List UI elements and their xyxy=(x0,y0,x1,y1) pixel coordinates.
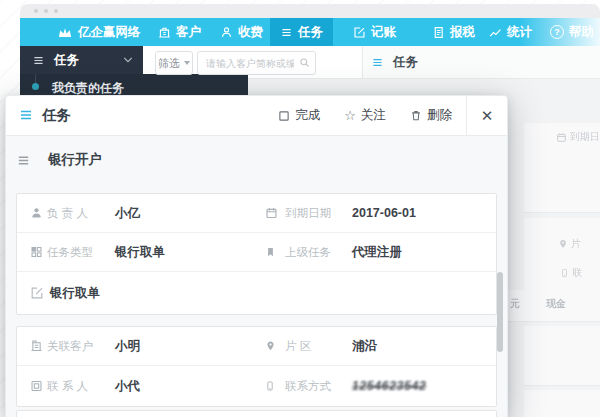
description-text: 银行取单 xyxy=(50,285,100,302)
chevron-down-icon[interactable] xyxy=(123,56,133,64)
contact-value[interactable]: 小代 xyxy=(115,378,140,395)
edit-square-icon xyxy=(353,26,366,39)
parent-task-label: 上级任务 xyxy=(285,245,331,260)
phone-label: 联系方式 xyxy=(285,379,331,394)
task-detail-modal: 任务 完成 ☆ 关注 删除 ✕ 银行开户 xyxy=(5,95,508,417)
close-button[interactable]: ✕ xyxy=(467,96,507,135)
modal-title: 任务 xyxy=(42,96,71,135)
window-controls[interactable] xyxy=(34,9,58,13)
search-input[interactable] xyxy=(204,52,296,74)
caret-down-icon xyxy=(184,61,190,65)
type-value[interactable]: 银行取单 xyxy=(115,244,165,261)
close-icon: ✕ xyxy=(481,107,494,125)
list-icon xyxy=(18,107,34,123)
id-card-icon xyxy=(30,380,43,393)
list-icon xyxy=(16,153,31,168)
brand-label: 亿企赢网络 xyxy=(78,24,141,41)
nav-label: 报税 xyxy=(450,24,475,41)
delete-label: 删除 xyxy=(427,107,452,124)
company-icon xyxy=(30,340,43,353)
window-titlebar xyxy=(20,4,600,18)
customer-search xyxy=(197,51,316,75)
modal-header: 任务 完成 ☆ 关注 删除 ✕ xyxy=(6,96,507,136)
window-dot-icon[interactable] xyxy=(34,9,38,13)
nav-label: 收费 xyxy=(238,24,263,41)
window-dot-icon[interactable] xyxy=(44,9,48,13)
bookmark-icon xyxy=(265,246,276,259)
task-title-row: 银行开户 xyxy=(16,151,102,169)
follow-label: 关注 xyxy=(361,107,386,124)
district-value[interactable]: 浦沿 xyxy=(352,338,377,355)
modal-scrollbar-thumb[interactable] xyxy=(497,272,503,352)
crown-icon xyxy=(58,27,72,38)
nav-label: 帮助 xyxy=(569,24,594,41)
list-icon xyxy=(32,54,45,67)
owner-value[interactable]: 小亿 xyxy=(115,205,140,222)
nav-label: 记账 xyxy=(371,24,396,41)
owner-due-row: 负 责 人 小亿 到期日期 2017-06-01 xyxy=(17,194,496,233)
search-icon[interactable] xyxy=(299,57,310,68)
nav-item-fees[interactable]: 收费 xyxy=(220,18,263,46)
background-panel-header: 任务 xyxy=(362,46,600,79)
task-title: 银行开户 xyxy=(48,151,102,169)
grid-icon xyxy=(30,246,43,259)
next-card-partial xyxy=(16,410,497,417)
nav-item-bookkeeping[interactable]: 记账 xyxy=(353,18,396,46)
app-screen: 亿企赢网络 客户 收费 任务 记账 报税 统计 ? 帮助 xyxy=(0,0,600,417)
calendar-icon xyxy=(265,207,278,220)
nav-label: 客户 xyxy=(176,24,201,41)
parent-task-value[interactable]: 代理注册 xyxy=(352,244,402,261)
customer-value[interactable]: 小明 xyxy=(115,338,140,355)
person-icon xyxy=(220,26,233,39)
list-icon xyxy=(371,56,384,69)
document-icon xyxy=(432,26,445,39)
window-dot-icon[interactable] xyxy=(54,9,58,13)
description-row: 银行取单 xyxy=(17,272,496,314)
task-info-card: 负 责 人 小亿 到期日期 2017-06-01 任务类型 银行取单 上级任务 … xyxy=(16,193,497,315)
modal-actions: 完成 ☆ 关注 删除 ✕ xyxy=(266,96,507,135)
background-panel-title: 任务 xyxy=(393,46,418,78)
complete-button[interactable]: 完成 xyxy=(266,107,332,124)
contact-label: 联 系 人 xyxy=(47,379,88,394)
chart-line-icon xyxy=(489,26,502,39)
nav-item-tax[interactable]: 报税 xyxy=(432,18,475,46)
timeline-dot-icon xyxy=(32,83,39,90)
delete-button[interactable]: 删除 xyxy=(398,107,464,124)
complete-label: 完成 xyxy=(295,107,320,124)
top-navbar: 亿企赢网络 客户 收费 任务 记账 报税 统计 ? 帮助 xyxy=(20,18,600,46)
sidebar-title: 任务 xyxy=(54,46,79,74)
star-icon: ☆ xyxy=(344,109,356,122)
due-label: 到期日期 xyxy=(285,206,331,221)
customer-label: 关联客户 xyxy=(47,339,93,354)
building-icon xyxy=(158,26,171,39)
nav-item-help[interactable]: ? 帮助 xyxy=(550,18,594,46)
contact-phone-row: 联 系 人 小代 联系方式 1254623542 xyxy=(17,366,496,406)
filter-dropdown[interactable]: 筛选 xyxy=(155,51,193,75)
question-circle-icon: ? xyxy=(550,25,564,39)
customer-district-row: 关联客户 小明 片 区 浦沿 xyxy=(17,327,496,366)
nav-item-tasks[interactable]: 任务 xyxy=(270,18,333,46)
person-icon xyxy=(30,207,43,220)
sidebar-header[interactable]: 任务 xyxy=(20,46,143,74)
owner-label: 负 责 人 xyxy=(47,206,88,221)
checkbox-icon xyxy=(278,110,290,122)
list-icon xyxy=(280,26,293,39)
follow-button[interactable]: ☆ 关注 xyxy=(332,107,398,124)
map-pin-icon xyxy=(265,340,276,353)
district-label: 片 区 xyxy=(285,339,311,354)
nav-item-customers[interactable]: 客户 xyxy=(158,18,201,46)
task-contact-card: 关联客户 小明 片 区 浦沿 联 系 人 小代 联系方式 1254623542 xyxy=(16,326,497,407)
note-edit-icon xyxy=(30,286,44,300)
nav-item-statistics[interactable]: 统计 xyxy=(489,18,532,46)
type-parent-row: 任务类型 银行取单 上级任务 代理注册 xyxy=(17,233,496,272)
type-label: 任务类型 xyxy=(47,245,93,260)
filter-label: 筛选 xyxy=(158,56,180,71)
nav-label: 任务 xyxy=(298,24,323,41)
phone-value-obscured[interactable]: 1254623542 xyxy=(351,379,427,393)
trash-icon xyxy=(410,109,422,122)
due-value[interactable]: 2017-06-01 xyxy=(352,206,416,220)
nav-label: 统计 xyxy=(507,24,532,41)
brand: 亿企赢网络 xyxy=(58,18,141,46)
phone-icon xyxy=(265,379,275,393)
